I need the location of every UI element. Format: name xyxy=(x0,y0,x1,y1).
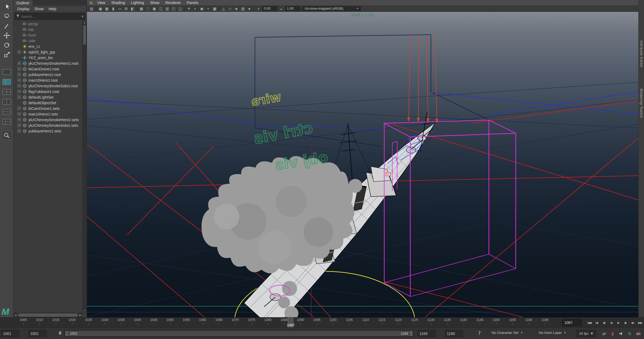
outliner-item[interactable]: +defaultLightSet xyxy=(13,94,82,100)
outliner-item[interactable]: +yukikazeHero1:sets xyxy=(13,128,82,134)
viewport-menu-lighting[interactable]: Lighting xyxy=(128,0,147,5)
viewport-menu-show[interactable]: Show xyxy=(147,0,162,5)
step-forward-key-button[interactable]: ▶| xyxy=(630,319,636,326)
expander-icon[interactable]: + xyxy=(17,67,21,71)
anim-layer-dropdown[interactable]: No Anim Layer ▼ xyxy=(539,331,566,335)
chevron-down-icon[interactable]: ▼ xyxy=(81,15,84,18)
2d-pan-zoom-icon[interactable]: ⊞ xyxy=(123,6,129,12)
current-frame-field[interactable] xyxy=(562,319,582,326)
wireframe-on-shaded-icon[interactable]: ◈ xyxy=(233,6,240,12)
layout-persp-outliner-button[interactable] xyxy=(2,79,11,85)
animation-start-field[interactable] xyxy=(1,330,19,337)
outliner-item[interactable]: +flagYukikaze1:root xyxy=(13,89,82,94)
outliner-item[interactable]: +ktCamDrone1:sets xyxy=(13,106,82,111)
outliner-item[interactable]: env_Lt xyxy=(13,44,82,49)
outliner-menu-show[interactable]: Show xyxy=(32,6,46,12)
anti-alias-icon[interactable]: ▩ xyxy=(211,6,218,12)
outliner-item[interactable]: top xyxy=(13,27,82,32)
outliner-item[interactable]: side xyxy=(13,38,82,44)
mute-audio-icon[interactable] xyxy=(618,330,625,337)
fps-dropdown[interactable]: 24 fps ▼ xyxy=(576,330,596,337)
scroll-right-icon[interactable]: ▶ xyxy=(78,313,82,318)
resolution-gate-icon[interactable]: ▣ xyxy=(151,6,158,12)
playback-range-slider[interactable]: 1001 1169 xyxy=(64,330,414,337)
layout-persp-graph-button[interactable] xyxy=(2,118,11,125)
isolate-select-icon[interactable]: ◬ xyxy=(220,6,227,12)
scrollbar-thumb[interactable] xyxy=(18,313,78,317)
expander-icon[interactable]: + xyxy=(17,118,21,121)
expander-icon[interactable]: + xyxy=(17,124,21,127)
use-default-material-icon[interactable]: ● xyxy=(246,6,253,12)
range-slider-inner[interactable]: 1001 1169 xyxy=(65,331,413,336)
expander-icon[interactable]: + xyxy=(17,107,21,110)
timeline-track[interactable]: 1005101010151020102510301035104010451050… xyxy=(10,318,558,328)
outliner-menu-display[interactable]: Display xyxy=(15,6,32,12)
exposure-icon[interactable]: ◑ xyxy=(255,6,261,12)
gamma-field[interactable] xyxy=(285,6,300,11)
playback-start-field[interactable] xyxy=(28,330,47,337)
image-plane-icon[interactable]: ▭ xyxy=(116,6,123,12)
time-slider[interactable]: 1005101010151020102510301035104010451050… xyxy=(0,317,644,327)
search-input[interactable] xyxy=(21,15,80,19)
timeline-bookmark-icon[interactable] xyxy=(478,330,483,336)
outliner-item[interactable]: front xyxy=(13,32,82,38)
outliner-item[interactable]: +man10Hero1:sets xyxy=(13,111,82,117)
playback-sync-icon[interactable]: ⇄ xyxy=(601,330,608,337)
tab-attribute-editor[interactable]: Attribute Editor xyxy=(639,40,643,68)
expander-icon[interactable]: + xyxy=(17,129,21,133)
range-start-handle[interactable] xyxy=(65,331,68,336)
layout-two-pane-stacked-button[interactable] xyxy=(2,109,11,115)
ambient-occlusion-icon[interactable]: ◉ xyxy=(199,6,205,12)
layout-two-pane-side-button[interactable] xyxy=(2,99,11,105)
outliner-item[interactable]: +ykzChimneySmokeHero1:root xyxy=(13,60,82,66)
outliner-horizontal-scrollbar[interactable]: ◀ ▶ xyxy=(13,313,82,317)
move-tool-button[interactable] xyxy=(2,31,12,40)
grid-icon[interactable]: ▦ xyxy=(138,6,145,12)
go-to-range-end-button[interactable]: ▶▶| xyxy=(637,319,643,326)
shadows-icon[interactable]: ◐ xyxy=(192,6,199,12)
viewport-menu-renderer[interactable]: Renderer xyxy=(162,0,184,5)
gamma-icon[interactable]: ◒ xyxy=(278,6,284,12)
step-back-key-button[interactable]: |◀ xyxy=(593,319,600,326)
outliner-item[interactable]: persp xyxy=(13,21,82,27)
scroll-left-icon[interactable]: ◀ xyxy=(13,313,18,318)
character-set-dropdown[interactable]: No Character Set ▼ xyxy=(492,331,523,335)
outliner-item[interactable]: YKZ_anim_loc xyxy=(13,55,82,60)
expander-icon[interactable]: + xyxy=(17,112,21,116)
outliner-vertical-scrollbar[interactable]: ▲ ▼ xyxy=(82,21,86,313)
bookmarks-icon[interactable]: ▮ xyxy=(110,6,116,12)
expander-icon[interactable]: + xyxy=(17,62,21,65)
film-gate-icon[interactable]: □ xyxy=(145,6,151,12)
bookmark-icon[interactable] xyxy=(58,331,62,336)
auto-keyframe-icon[interactable] xyxy=(635,330,642,337)
outliner-item[interactable]: +yukikazeHero1:root xyxy=(13,72,82,77)
play-backward-button[interactable]: ◀ xyxy=(608,319,614,326)
zoom-tool-button[interactable] xyxy=(2,131,12,140)
rotate-tool-button[interactable] xyxy=(2,40,12,50)
layout-four-pane-button[interactable] xyxy=(2,89,11,95)
outliner-item[interactable]: +sq020_light_grp xyxy=(13,49,82,55)
motion-blur-icon[interactable]: ≈ xyxy=(205,6,211,12)
lighting-icon[interactable]: ☀ xyxy=(186,6,192,12)
expander-icon[interactable]: + xyxy=(17,90,21,93)
tab-modeling-toolkit[interactable]: Modeling Toolkit xyxy=(639,89,643,118)
overscan-icon[interactable]: ◧ xyxy=(129,6,136,12)
outliner-tab[interactable]: Outliner xyxy=(13,0,33,6)
camera-lock-icon[interactable]: ▣ xyxy=(97,6,104,12)
tonemap-dropdown[interactable]: Un-tone-mapped (sRGB) ▼ xyxy=(302,6,361,11)
outliner-item[interactable]: +ykzChimneySmokeSolo1:sets xyxy=(13,122,82,128)
outliner-item[interactable]: +ktCamDrone1:root xyxy=(13,66,82,72)
safe-title-icon[interactable]: ◲ xyxy=(177,6,183,12)
expander-icon[interactable]: + xyxy=(17,78,21,82)
expander-icon[interactable]: + xyxy=(17,84,21,88)
textured-icon[interactable]: ▨ xyxy=(240,6,246,12)
layout-single-pane-button[interactable] xyxy=(2,69,11,75)
xray-icon[interactable]: ◇ xyxy=(227,6,233,12)
exposure-field[interactable] xyxy=(262,6,277,11)
outliner-search[interactable]: ▼ xyxy=(14,13,85,20)
expander-icon[interactable]: + xyxy=(17,50,21,54)
panel-layout-icon[interactable]: ▤ xyxy=(88,1,94,5)
viewport-3d-scene[interactable]: 4096 x 2160 wire ctrl vis obj vis xyxy=(87,12,638,317)
viewport-menu-shading[interactable]: Shading xyxy=(108,0,128,5)
range-end-handle[interactable] xyxy=(410,331,413,336)
